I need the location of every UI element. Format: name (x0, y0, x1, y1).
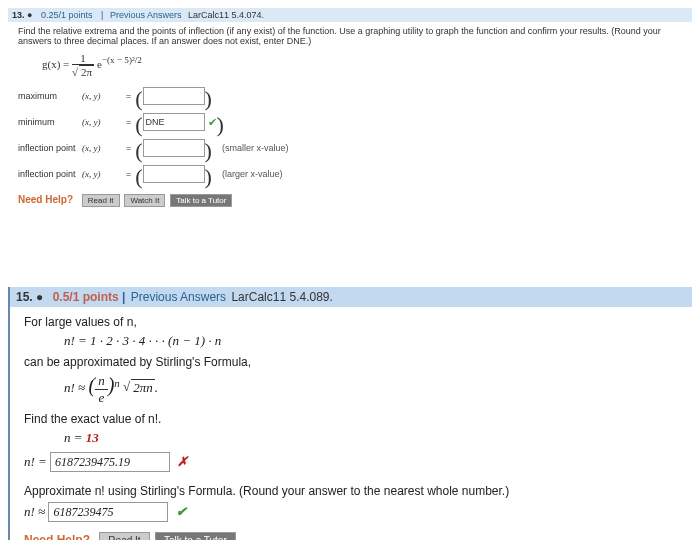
q13-sep: | (101, 10, 103, 20)
q13-header: 13. ● 0.25/1 points | Previous Answers L… (8, 8, 692, 22)
q15-n-value: 13 (86, 430, 99, 445)
lparen-inflection-2: ( (135, 171, 142, 182)
q13-prev-answers-link[interactable]: Previous Answers (110, 10, 182, 20)
eq-maximum: = (126, 91, 131, 101)
q15-math1: n! = 1 · 2 · 3 · 4 · · · (n − 1) · n (64, 333, 678, 349)
read-it-button[interactable]: Read It (82, 194, 120, 207)
answer-maximum[interactable] (143, 87, 205, 105)
answer-exact[interactable]: 6187239475.19 (50, 452, 170, 472)
rparen-inflection-2: ) (205, 171, 212, 182)
q15-exact-lhs: n! = (24, 454, 50, 469)
q15-bullet: ● (36, 290, 43, 304)
check-icon: ✔ (208, 116, 217, 129)
row-minimum: minimum (x, y) = ( DNE ✔ ) (18, 112, 692, 132)
q13-ref: LarCalc11 5.4.074. (188, 10, 264, 20)
hint-inflection-2: (larger x-value) (222, 169, 283, 179)
wrong-icon: ✗ (177, 454, 188, 469)
row-maximum: maximum (x, y) = ( ) (18, 86, 692, 106)
rparen-maximum: ) (205, 93, 212, 104)
q15-header: 15. ● 0.5/1 points | Previous Answers La… (10, 287, 692, 307)
eq-inflection-2: = (126, 169, 131, 179)
rparen-inflection-1: ) (205, 145, 212, 156)
lparen-minimum: ( (135, 119, 142, 130)
label-inflection-1: inflection point (18, 143, 82, 153)
q13-instructions: Find the relative extrema and the points… (18, 26, 692, 46)
q13-points: 0.25/1 points (41, 10, 93, 20)
lparen-inflection-1: ( (135, 145, 142, 156)
row-inflection-2: inflection point (x, y) = ( ) (larger x-… (18, 164, 692, 184)
q15-block: 15. ● 0.5/1 points | Previous Answers La… (8, 287, 692, 540)
eq-minimum: = (126, 117, 131, 127)
hint-inflection-1: (smaller x-value) (222, 143, 289, 153)
label-maximum: maximum (18, 91, 82, 101)
q15-line1: For large values of n, (24, 315, 678, 329)
xy-minimum: (x, y) (82, 117, 122, 127)
q15-line3: Find the exact value of n!. (24, 412, 678, 426)
answer-approx[interactable]: 6187239475 (48, 502, 168, 522)
talk-tutor-button[interactable]: Talk to a Tutor (155, 532, 236, 540)
q15-approx-lhs: n! ≈ (24, 504, 48, 519)
q15-line2: can be approximated by Stirling's Formul… (24, 355, 678, 369)
answer-inflection-2[interactable] (143, 165, 205, 183)
need-help-label: Need Help? (18, 194, 73, 205)
q15-ref: LarCalc11 5.4.089. (231, 290, 332, 304)
read-it-button[interactable]: Read It (99, 532, 149, 540)
answer-inflection-1[interactable] (143, 139, 205, 157)
q15-approx-row: n! ≈ 6187239475 ✔ (24, 502, 678, 522)
q15-need-help: Need Help? Read It Talk to a Tutor (24, 532, 678, 540)
lparen-maximum: ( (135, 93, 142, 104)
eq-inflection-1: = (126, 143, 131, 153)
q13-number: 13. (12, 10, 25, 20)
answer-minimum[interactable]: DNE (143, 113, 205, 131)
q15-approx-instr: Approximate n! using Stirling's Formula.… (24, 484, 678, 498)
talk-tutor-button[interactable]: Talk to a Tutor (170, 194, 232, 207)
q15-n-line: n = 13 (64, 430, 678, 446)
q15-points: 0.5/1 points (53, 290, 119, 304)
check-icon: ✔ (176, 504, 187, 519)
label-inflection-2: inflection point (18, 169, 82, 179)
q15-math2: n! ≈ ( n e )n √2πn. (64, 373, 678, 406)
xy-maximum: (x, y) (82, 91, 122, 101)
q15-number: 15. (16, 290, 33, 304)
xy-inflection-2: (x, y) (82, 169, 122, 179)
q15-sep: | (122, 290, 125, 304)
xy-inflection-1: (x, y) (82, 143, 122, 153)
q15-exact-row: n! = 6187239475.19 ✗ (24, 452, 678, 472)
watch-it-button[interactable]: Watch It (124, 194, 165, 207)
q13-bullet: ● (27, 10, 32, 20)
q15-n-lhs: n = (64, 430, 86, 445)
q13-need-help: Need Help? Read It Watch It Talk to a Tu… (18, 194, 692, 207)
label-minimum: minimum (18, 117, 82, 127)
row-inflection-1: inflection point (x, y) = ( ) (smaller x… (18, 138, 692, 158)
need-help-label: Need Help? (24, 533, 90, 540)
q13-formula: g(x) = 1 √2π e−(x − 5)²/2 (42, 52, 692, 78)
rparen-minimum: ) (217, 119, 224, 130)
q15-prev-answers-link[interactable]: Previous Answers (131, 290, 226, 304)
